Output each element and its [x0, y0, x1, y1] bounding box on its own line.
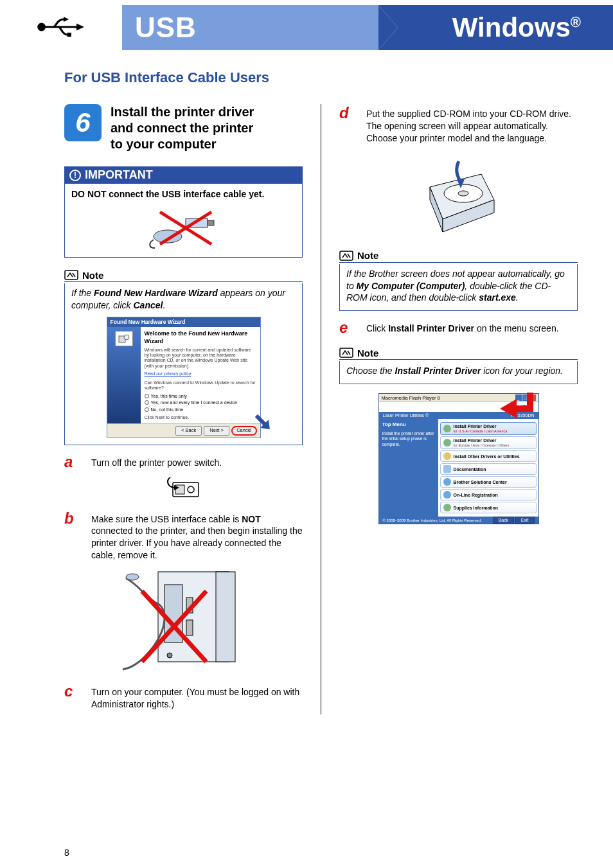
doc-icon	[443, 465, 451, 473]
os-label: Windows®	[452, 12, 581, 43]
note-3-body: Choose the Install Printer Driver icon f…	[339, 361, 578, 384]
substep-c-letter: c	[64, 684, 82, 711]
no-cable-figure	[71, 204, 296, 249]
wizard-next-button[interactable]: Next >	[204, 426, 229, 435]
wizard-welcome: Welcome to the Found New Hardware Wizard	[145, 330, 256, 345]
note-3-label: Note	[357, 348, 378, 359]
menu-item-install-us[interactable]: Install Printer Driverfor U.S.A / Canada…	[440, 422, 537, 435]
globe-icon	[443, 491, 451, 499]
wizard-radio-3[interactable]: No, not this time	[145, 407, 256, 412]
menu-item-other-drivers[interactable]: Install Other Drivers or Utilities	[440, 450, 537, 462]
installer-menu-list: Install Printer Driverfor U.S.A / Canada…	[438, 419, 538, 517]
svg-point-25	[126, 574, 139, 580]
menu-item-supplies[interactable]: Supplies Information	[440, 502, 537, 513]
svg-rect-4	[67, 32, 71, 36]
usb-icon-wrap	[0, 14, 122, 42]
column-divider	[321, 104, 321, 714]
substep-c: c Turn on your computer. (You must be lo…	[64, 684, 303, 711]
exclamation-icon: !	[69, 170, 81, 181]
wizard-next-hint: Click Next to continue.	[145, 415, 256, 420]
svg-marker-3	[64, 17, 69, 22]
usb-trident-icon	[35, 14, 87, 42]
wizard-body-2: Can Windows connect to Windows Update to…	[145, 380, 256, 391]
note-3: Note Choose the Install Printer Driver i…	[339, 347, 578, 384]
svg-marker-38	[500, 393, 533, 418]
substep-d: d Put the supplied CD-ROM into your CD-R…	[339, 105, 578, 145]
step-header: 6 Install the printer driver and connect…	[64, 104, 303, 152]
installer-menu: Macromedia Flash Player 8 _ □ × brother …	[378, 393, 539, 524]
left-column: 6 Install the printer driver and connect…	[64, 104, 303, 714]
header-bar: USB Windows®	[0, 5, 613, 50]
svg-rect-7	[208, 220, 214, 226]
wizard-radio-2[interactable]: Yes, now and every time I connect a devi…	[145, 400, 256, 405]
substep-b-letter: b	[64, 511, 82, 562]
installer-exit-button[interactable]: Exit	[515, 517, 535, 524]
installer-sidebar: Top Menu Install the printer driver afte…	[379, 419, 438, 517]
substep-d-letter: d	[339, 105, 357, 145]
menu-item-install-eu[interactable]: Install Printer Driverfor Europe / Asia …	[440, 436, 537, 449]
wizard-radio-1[interactable]: Yes, this time only	[145, 393, 256, 399]
svg-marker-2	[76, 23, 84, 30]
note-1: Note If the Found New Hardware Wizard ap…	[64, 269, 303, 445]
printer-back-figure	[64, 565, 303, 675]
usb-band: USB	[122, 5, 379, 50]
note-pencil-icon	[339, 250, 353, 261]
wizard-titlebar: Found New Hardware Wizard	[107, 317, 260, 327]
substep-c-text: Turn on your computer. (You must be logg…	[91, 686, 303, 711]
important-header: ! IMPORTANT	[64, 166, 303, 184]
tools-icon	[443, 452, 451, 460]
step-title: Install the printer driver and connect t…	[111, 104, 254, 152]
note-1-label: Note	[82, 270, 103, 281]
svg-point-24	[167, 653, 172, 658]
important-body: DO NOT connect the USB interface cable y…	[64, 184, 303, 258]
substep-a: a Turn off the printer power switch.	[64, 454, 303, 470]
substep-b-text: Make sure the USB interface cable is NOT…	[91, 513, 303, 562]
usb-label: USB	[135, 12, 197, 44]
svg-point-32	[458, 191, 468, 196]
page-number: 8	[64, 847, 69, 858]
note-2-body: If the Brother screen does not appear au…	[339, 264, 578, 312]
note-pencil-icon	[64, 269, 78, 281]
substep-e-text: Click Install Printer Driver on the menu…	[366, 323, 559, 335]
band-arrow	[378, 5, 398, 50]
substep-e: e Click Install Printer Driver on the me…	[339, 320, 578, 335]
step-number-badge: 6	[64, 104, 102, 141]
svg-rect-23	[186, 620, 193, 635]
info-icon	[443, 504, 451, 511]
important-box: ! IMPORTANT DO NOT connect the USB inter…	[64, 166, 303, 258]
wizard-privacy-link[interactable]: Read our privacy policy	[145, 371, 191, 376]
wizard-side-icon	[115, 331, 133, 346]
package-icon	[443, 425, 451, 432]
substep-b: b Make sure the USB interface cable is N…	[64, 511, 303, 562]
note-2-label: Note	[357, 250, 378, 261]
substep-a-text: Turn off the printer power switch.	[91, 457, 222, 470]
svg-rect-20	[216, 572, 235, 662]
wizard-body-1: Windows will search for current and upda…	[145, 348, 256, 369]
note-pencil-icon	[339, 347, 353, 359]
power-switch-figure	[64, 474, 303, 502]
svg-line-35	[348, 254, 350, 258]
found-hardware-wizard: Found New Hardware Wizard Welcome to the…	[107, 317, 261, 438]
svg-line-37	[348, 351, 350, 355]
svg-point-13	[124, 335, 129, 340]
installer-footer: © 2008–2009 Brother Industries, Ltd. All…	[379, 517, 538, 524]
windows-band: Windows®	[378, 5, 613, 50]
substep-e-letter: e	[339, 320, 357, 335]
right-column: d Put the supplied CD-ROM into your CD-R…	[339, 104, 578, 714]
menu-item-registration[interactable]: On-Line Registration	[440, 489, 537, 500]
installer-back-button[interactable]: Back	[493, 517, 515, 524]
top-menu-label: Top Menu	[382, 421, 435, 428]
substep-d-text: Put the supplied CD-ROM into your CD-ROM…	[366, 108, 578, 145]
globe-icon	[443, 478, 451, 486]
svg-line-11	[73, 273, 75, 277]
cdrom-insert-figure	[339, 148, 578, 238]
sidebar-text: Install the printer driver after the ini…	[382, 431, 435, 447]
installer-menu-arrow	[500, 393, 533, 420]
substep-a-letter: a	[64, 454, 82, 470]
note-2: Note If the Brother screen does not appe…	[339, 250, 578, 312]
menu-item-solutions[interactable]: Brother Solutions Center	[440, 476, 537, 488]
important-label: IMPORTANT	[85, 168, 153, 182]
menu-item-documentation[interactable]: Documentation	[440, 463, 537, 475]
note-1-body: If the Found New Hardware Wizard appears…	[64, 283, 303, 445]
wizard-back-button[interactable]: < Back	[175, 426, 202, 435]
